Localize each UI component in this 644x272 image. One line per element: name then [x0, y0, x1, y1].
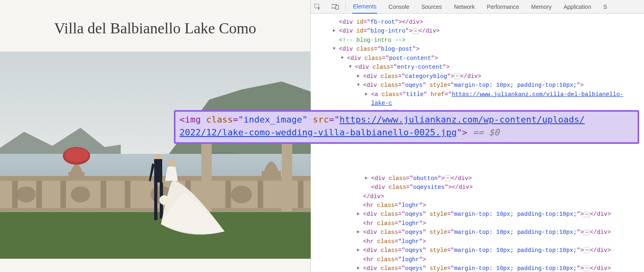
dom-node[interactable]: <hr class="loghr"> [363, 255, 641, 264]
dom-node[interactable]: ▶ <div class="oqeys" style="margin-top: … [363, 246, 641, 255]
svg-rect-18 [68, 172, 85, 178]
ellipsis-icon[interactable]: ⋯ [584, 230, 590, 235]
ellipsis-icon[interactable]: ⋯ [584, 212, 590, 217]
svg-point-14 [17, 186, 36, 202]
ellipsis-icon[interactable]: ⋯ [413, 29, 419, 34]
dom-comment[interactable]: <!-- blog-intro --> [339, 36, 641, 45]
tab-application[interactable]: Application [563, 0, 592, 14]
tab-console[interactable]: Console [388, 0, 410, 14]
ellipsis-icon[interactable]: ⋯ [584, 247, 590, 253]
svg-point-20 [64, 148, 89, 162]
twistie-closed-icon[interactable]: ▶ [333, 27, 336, 34]
twistie-closed-icon[interactable]: ▶ [357, 73, 360, 80]
devtools-tabbar: Elements Console Sources Network Perform… [311, 0, 644, 14]
dom-node[interactable]: ▶ <div class="oqeys" style="margin-top: … [363, 228, 641, 237]
dom-node[interactable]: ▼ <div class="blog-post"> [339, 45, 641, 53]
dom-node-close[interactable]: </div> [363, 192, 641, 201]
svg-rect-22 [201, 144, 212, 211]
post-photo[interactable] [0, 51, 311, 259]
dom-node[interactable]: <hr class="loghr"> [363, 201, 641, 210]
svg-rect-12 [258, 181, 263, 208]
twistie-open-icon[interactable]: ▼ [333, 45, 336, 52]
svg-rect-11 [225, 181, 231, 208]
svg-rect-6 [36, 181, 42, 208]
svg-point-29 [168, 159, 175, 168]
twistie-closed-icon[interactable]: ▶ [357, 229, 360, 235]
dom-node[interactable]: ▶ <div class="oqeys" style="margin-top: … [363, 264, 641, 272]
svg-rect-9 [125, 181, 130, 208]
tab-elements[interactable]: Elements [352, 0, 377, 14]
tab-more-cut[interactable]: S [603, 0, 608, 14]
dom-node[interactable]: <div id="fb-root"></div> [339, 18, 641, 27]
svg-rect-33 [336, 6, 339, 9]
svg-rect-23 [282, 144, 292, 211]
device-toolbar-icon[interactable] [332, 3, 339, 10]
tab-sources[interactable]: Sources [421, 0, 443, 14]
ellipsis-icon[interactable]: ⋯ [584, 266, 590, 271]
twistie-open-icon[interactable]: ▼ [357, 82, 360, 88]
svg-point-15 [71, 186, 90, 202]
svg-rect-26 [154, 159, 162, 182]
svg-rect-21 [262, 171, 281, 178]
twistie-open-icon[interactable]: ▼ [349, 63, 352, 70]
svg-rect-8 [101, 181, 106, 208]
dom-node[interactable]: <hr class="loghr"> [363, 237, 641, 246]
dom-node[interactable]: ▶ <div id="blog-intro">⋯</div> [339, 27, 641, 35]
twistie-closed-icon[interactable]: ▶ [365, 91, 368, 98]
svg-point-30 [159, 195, 169, 205]
twistie-open-icon[interactable]: ▼ [341, 55, 344, 61]
divider [345, 3, 346, 11]
page-title: Villa del Balbianello Lake Como [0, 19, 310, 37]
dom-node[interactable]: ▼ <div class="oqeys" style="margin-top: … [363, 81, 641, 90]
dom-node[interactable]: ▶ <div class="obutton">⋯</div> [371, 174, 641, 183]
inspect-icon[interactable] [314, 3, 321, 10]
svg-point-17 [231, 186, 252, 203]
tab-network[interactable]: Network [453, 0, 475, 14]
svg-rect-27 [154, 182, 157, 220]
dom-node-selected-placeholder [331, 144, 641, 174]
dom-node[interactable]: ▼ <div class="entry-content"> [355, 63, 641, 72]
twistie-closed-icon[interactable]: ▶ [357, 265, 360, 272]
tab-performance[interactable]: Performance [486, 0, 520, 14]
selected-dom-node-highlight[interactable]: <img class="index_image" src="https://ww… [174, 110, 639, 144]
dom-node[interactable]: ▶ <div class="oqeys" style="margin-top: … [363, 210, 641, 219]
twistie-closed-icon[interactable]: ▶ [365, 175, 368, 182]
twistie-closed-icon[interactable]: ▶ [357, 211, 360, 217]
tab-memory[interactable]: Memory [530, 0, 553, 14]
svg-rect-13 [298, 181, 303, 208]
dom-node[interactable]: ▶ <div class="categoryblog">⋯</div> [363, 72, 641, 81]
dom-node[interactable]: <hr class="loghr"> [363, 219, 641, 228]
ellipsis-icon[interactable]: ⋯ [445, 176, 451, 181]
dom-node[interactable]: <div class="oqeysites"></div> [371, 183, 641, 192]
ellipsis-icon[interactable]: ⋯ [454, 74, 460, 79]
dom-node[interactable]: ▼ <div class="post-content"> [347, 54, 641, 63]
twistie-closed-icon[interactable]: ▶ [357, 247, 360, 254]
svg-rect-7 [60, 181, 66, 208]
